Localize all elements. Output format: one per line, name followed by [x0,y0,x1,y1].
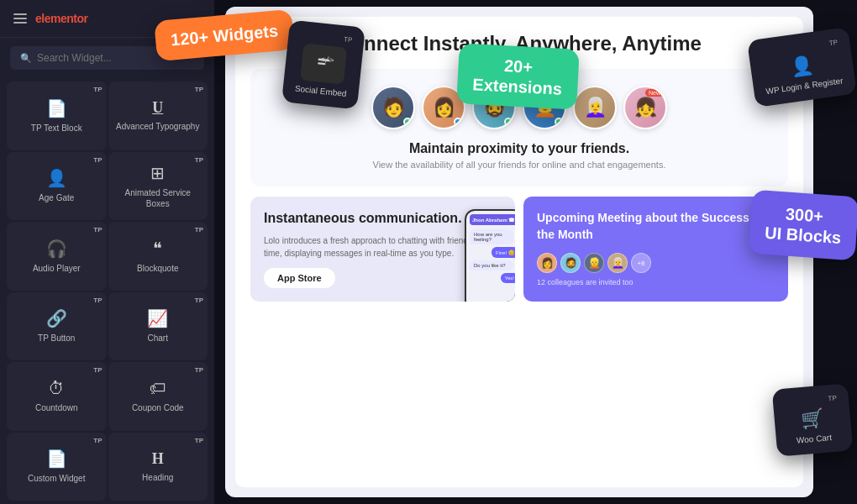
widget-item-chart[interactable]: TP 📈 Chart [108,292,208,361]
tp-badge: TP [93,226,102,234]
app-store-button[interactable]: App Store [264,268,335,288]
text-block-icon: 📄 [46,98,67,118]
meeting-avatar: 🧔 [560,253,581,273]
tp-badge: TP [93,437,102,444]
avatar: 👧 New [623,86,667,129]
widget-label: Heading [142,472,173,483]
app-scene: Connect Instantly, Anywhere, Anytime 🧑 👩… [0,0,857,504]
widget-label: Countdown [35,402,78,413]
tp-badge-small: TP [829,39,839,47]
widget-item-heading[interactable]: TP H Heading [108,433,208,501]
extra1-icon: 📄 [46,449,67,469]
widget-label: TP Button [38,333,75,344]
chart-icon: 📈 [147,308,168,328]
bottom-cards: Instantaneous communication. Lolo introd… [250,197,788,302]
widget-item-countdown[interactable]: TP ⏱ Countdown [7,362,107,431]
online-indicator [454,118,462,126]
meeting-card: Upcoming Meeting about the Success of th… [523,197,788,302]
woo-cart-card: TP 🛒 Woo Cart [772,383,854,457]
widget-label: Age Gate [39,192,74,203]
woo-cart-label: Woo Cart [797,433,833,445]
embed-social-label: Social Embed [294,84,347,98]
widgets-grid: TP 📄 TP Text Block TP U Advanced Typogra… [0,78,214,504]
widget-label: Audio Player [33,263,81,274]
chat-bubble: Fine! 😊 [492,247,515,258]
online-indicator [403,118,412,126]
meeting-avatar: 👩‍🦳 [607,253,628,273]
widget-item-extra1[interactable]: TP 📄 Custom Widget [7,433,107,501]
widget-label: TP Text Block [31,123,82,134]
embed-social-card: TP </> Social Embed [281,20,365,110]
widget-label: Coupon Code [132,402,184,413]
tp-badge-small: TP [828,394,837,402]
countdown-icon: ⏱ [48,379,65,398]
widget-item-coupon-code[interactable]: TP 🏷 Coupon Code [108,362,208,431]
online-indicator [555,118,563,126]
wp-login-icon: 👤 [789,54,814,79]
chat-bubble: Yes! [501,273,515,283]
widget-label: Custom Widget [28,473,85,484]
avatar: 🧑 [371,86,415,129]
ui-blocks-count-badge: 300+UI Blocks [748,190,857,261]
tp-badge: TP [195,226,203,234]
proximity-subtitle: View the availability of all your friend… [267,160,771,170]
more-attendees-badge: +8 [631,253,651,273]
widget-item-age-gate[interactable]: TP 👤 Age Gate [7,152,107,221]
tp-badge: TP [195,86,203,93]
tp-badge: TP [93,297,102,304]
svg-text:</>: </> [319,54,334,65]
tp-badge: TP [195,297,203,304]
woo-cart-icon: 🛒 [800,407,824,431]
coupon-icon: 🏷 [150,379,166,398]
online-indicator [504,118,513,126]
blockquote-icon: ❝ [153,239,162,259]
widget-label: Advanced Typography [116,121,199,132]
widget-label: Blockquote [137,263,178,274]
app-logo: elementor [35,12,87,25]
tp-badge: TP [93,86,102,93]
widget-item-tp-button[interactable]: TP 🔗 TP Button [7,292,107,361]
tp-badge: TP [195,156,203,164]
search-icon: 🔍 [20,53,32,64]
meeting-avatars: 👩 🧔 👱 👩‍🦳 +8 [537,253,775,273]
tp-badge: TP [93,366,102,374]
widget-item-blockquote[interactable]: TP ❝ Blockquote [108,222,208,291]
meeting-subtitle: 12 colleagues are invited too [537,278,775,286]
tp-badge: TP [195,437,203,444]
meeting-card-title: Upcoming Meeting about the Success of th… [537,210,775,243]
phone-mockup: Jhon Abraham ☎ How are you feeling? Fine… [465,209,515,302]
widget-item-animated-service-boxes[interactable]: TP ⊞ Animated Service Boxes [108,152,208,221]
meeting-avatar: 👩 [537,253,557,273]
wp-login-label: WP Login & Register [765,76,844,96]
widget-label: Chart [148,333,168,344]
communication-card: Instantaneous communication. Lolo introd… [250,197,515,302]
audio-player-icon: 🎧 [46,239,67,259]
hamburger-icon[interactable] [13,13,27,24]
widget-item-advanced-typography[interactable]: TP U Advanced Typography [108,81,208,150]
chat-bubble: Do you like it? [470,260,513,270]
meeting-avatar: 👱 [584,253,604,273]
widget-label: Animated Service Boxes [115,187,202,209]
tp-badge-small: TP [344,35,353,44]
tp-badge: TP [195,366,203,374]
age-gate-icon: 👤 [46,168,67,188]
service-boxes-icon: ⊞ [150,163,165,183]
widget-item-tp-text-block[interactable]: TP 📄 TP Text Block [7,81,107,150]
chat-bubble: How are you feeling? [470,229,513,244]
widget-item-audio-player[interactable]: TP 🎧 Audio Player [7,222,107,291]
typography-icon: U [152,99,163,117]
tp-badge: TP [93,156,102,164]
wp-login-card: TP 👤 WP Login & Register [747,27,857,108]
proximity-title: Maintain proximity to your friends. [267,141,771,156]
button-icon: 🔗 [46,308,67,328]
avatar: 👩‍🦳 [573,86,617,129]
sidebar: elementor 🔍 TP 📄 TP Text Block TP U Adva… [0,0,214,504]
extensions-count-badge: 20+Extensions [456,43,579,109]
heading-icon: H [152,450,164,468]
